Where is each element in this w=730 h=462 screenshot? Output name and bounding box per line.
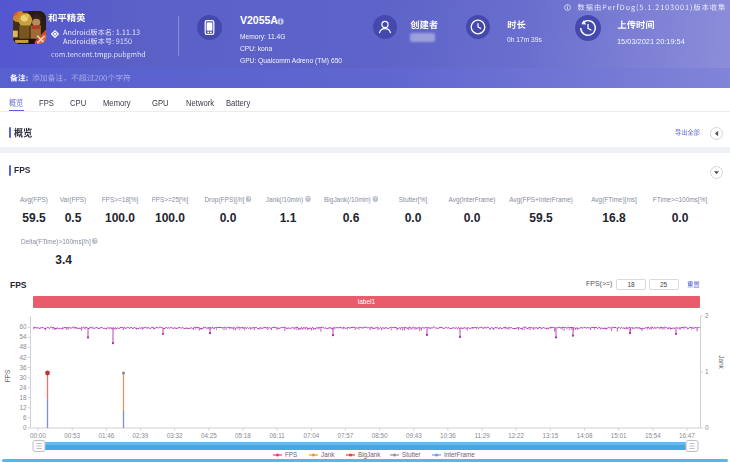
svg-text:00:00: 00:00 [30, 432, 46, 439]
svg-text:24: 24 [19, 384, 27, 391]
svg-text:10:36: 10:36 [440, 432, 456, 439]
svg-text:FPS: FPS [4, 369, 11, 382]
svg-text:04:25: 04:25 [201, 432, 217, 439]
svg-text:07:57: 07:57 [338, 432, 354, 439]
svg-text:6: 6 [23, 414, 27, 421]
svg-text:07:04: 07:04 [303, 432, 319, 439]
svg-text:06:11: 06:11 [269, 432, 285, 439]
svg-text:15:01: 15:01 [611, 432, 627, 439]
svg-text:01:46: 01:46 [98, 432, 114, 439]
svg-text:48: 48 [19, 343, 27, 350]
svg-text:54: 54 [19, 333, 27, 340]
svg-text:1: 1 [705, 368, 709, 375]
svg-text:12: 12 [19, 404, 27, 411]
svg-text:00:53: 00:53 [64, 432, 80, 439]
svg-text:16:47: 16:47 [679, 432, 695, 439]
svg-text:03:32: 03:32 [167, 432, 183, 439]
svg-text:14:08: 14:08 [577, 432, 593, 439]
svg-text:2: 2 [705, 312, 709, 319]
svg-text:15:54: 15:54 [645, 432, 661, 439]
svg-text:Jank: Jank [718, 355, 725, 369]
svg-text:FPS: FPS [285, 451, 297, 458]
svg-text:05:18: 05:18 [235, 432, 251, 439]
svg-text:Stutter: Stutter [402, 451, 421, 458]
svg-text:60: 60 [19, 323, 27, 330]
svg-text:42: 42 [19, 354, 27, 361]
svg-text:InterFrame: InterFrame [444, 451, 475, 458]
svg-text:12:22: 12:22 [508, 432, 524, 439]
svg-text:09:43: 09:43 [406, 432, 422, 439]
svg-text:30: 30 [19, 374, 27, 381]
svg-text:13:15: 13:15 [543, 432, 559, 439]
svg-text:08:50: 08:50 [372, 432, 388, 439]
svg-text:11:29: 11:29 [474, 432, 490, 439]
svg-text:0: 0 [23, 424, 27, 431]
svg-text:18: 18 [19, 394, 27, 401]
svg-text:0: 0 [705, 424, 709, 431]
svg-text:36: 36 [19, 364, 27, 371]
svg-text:Jank: Jank [321, 451, 335, 458]
svg-text:02:39: 02:39 [133, 432, 149, 439]
